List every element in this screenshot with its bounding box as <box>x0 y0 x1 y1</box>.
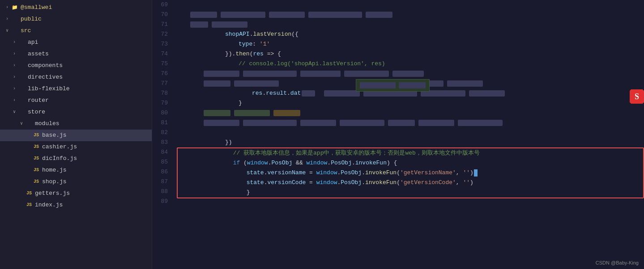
sidebar-item-store[interactable]: ∨ store <box>0 106 152 118</box>
chevron-right-icon: › <box>4 2 11 13</box>
sidebar-item-modules[interactable]: ∨ modules <box>0 118 152 130</box>
sidebar-item-home-js[interactable]: JS home.js <box>0 164 152 176</box>
sidebar-item-components[interactable]: › components <box>0 60 152 71</box>
code-line-82 <box>177 128 644 138</box>
sidebar-item-label: assets <box>28 48 49 60</box>
sidebar-item-label: directives <box>28 71 63 83</box>
sidebar-item-label: base.js <box>42 130 67 141</box>
sidebar-item-directives[interactable]: › directives <box>0 71 152 83</box>
sidebar-item-label: lib-flexible <box>28 83 70 95</box>
sidebar-item-shop-js[interactable]: JS shop.js <box>0 176 152 188</box>
sidebar-item-label: api <box>28 37 38 48</box>
sidebar-item-index-js[interactable]: JS index.js <box>0 199 152 211</box>
chevron-down-icon: ∨ <box>18 118 25 130</box>
sidebar-item-smallwei[interactable]: › 📁 @smallwei <box>0 2 152 13</box>
code-line-80 <box>177 108 644 118</box>
chevron-down-icon: ∨ <box>4 25 11 37</box>
js-file-icon: JS <box>25 188 33 199</box>
sidebar-item-src[interactable]: ∨ src <box>0 25 152 37</box>
s-logo: S <box>630 89 644 104</box>
code-line-77 <box>177 79 644 88</box>
chevron-right-icon: › <box>11 71 18 83</box>
chevron-right-icon: › <box>11 95 18 106</box>
code-line-81 <box>177 118 644 128</box>
sidebar-item-public[interactable]: › public <box>0 13 152 25</box>
code-line-75: // console.log('shopApi.lastVersion', re… <box>177 59 644 69</box>
folder-icon: 📁 <box>11 2 19 13</box>
sidebar-item-label: src <box>21 25 31 37</box>
sidebar-item-label: router <box>28 95 49 106</box>
sidebar-item-getters-js[interactable]: JS getters.js <box>0 188 152 199</box>
sidebar-item-dicinfo-js[interactable]: JS dicInfo.js <box>0 153 152 164</box>
js-file-icon: JS <box>32 176 40 188</box>
chevron-right-icon: › <box>11 60 18 71</box>
line-numbers: 69 70 71 72 73 74 75 76 77 78 79 80 81 8… <box>152 0 172 269</box>
chevron-right-icon: › <box>11 37 18 48</box>
sidebar-item-label: store <box>28 106 45 118</box>
sidebar-item-label: shop.js <box>42 176 67 188</box>
sidebar-item-label: cashier.js <box>42 141 77 153</box>
sidebar-item-label: getters.js <box>35 188 70 199</box>
sidebar-item-label: @smallwei <box>21 2 52 13</box>
sidebar-item-label: modules <box>35 118 60 130</box>
chevron-down-icon: ∨ <box>11 106 18 118</box>
code-lines[interactable]: shopAPI.lastVersion({ type: '1' }).then(… <box>172 0 644 269</box>
code-area: 69 70 71 72 73 74 75 76 77 78 79 80 81 8… <box>152 0 644 269</box>
sidebar-item-lib-flexible[interactable]: › lib-flexible <box>0 83 152 95</box>
js-file-icon: JS <box>32 130 40 141</box>
file-explorer: › 📁 @smallwei › public ∨ src › api › ass… <box>0 0 152 269</box>
sidebar-item-router[interactable]: › router <box>0 95 152 106</box>
js-file-icon: JS <box>25 199 33 211</box>
chevron-right-icon: › <box>11 83 18 95</box>
js-file-icon: JS <box>32 164 40 176</box>
sidebar-item-label: home.js <box>42 164 67 176</box>
sidebar-item-label: public <box>21 13 42 25</box>
chevron-right-icon: › <box>4 13 11 25</box>
code-editor: 69 70 71 72 73 74 75 76 77 78 79 80 81 8… <box>152 0 644 269</box>
js-file-icon: JS <box>32 141 40 153</box>
js-file-icon: JS <box>32 153 40 164</box>
code-line-70 <box>177 10 644 20</box>
sidebar-item-label: dicInfo.js <box>42 153 77 164</box>
sidebar-item-label: components <box>28 60 63 71</box>
sidebar-item-label: index.js <box>35 199 63 211</box>
watermark: CSDN @Baby-King <box>596 260 639 265</box>
sidebar-item-base-js[interactable]: JS base.js <box>0 130 152 141</box>
code-line-69 <box>177 0 644 10</box>
sidebar-item-cashier-js[interactable]: JS cashier.js <box>0 141 152 153</box>
sidebar-item-api[interactable]: › api <box>0 37 152 48</box>
sidebar-item-assets[interactable]: › assets <box>0 48 152 60</box>
highlight-region: // 获取本地版本信息，如果是app中，获取安卓的版本号；否则是web，则取本地… <box>177 147 644 198</box>
chevron-right-icon: › <box>11 48 18 60</box>
